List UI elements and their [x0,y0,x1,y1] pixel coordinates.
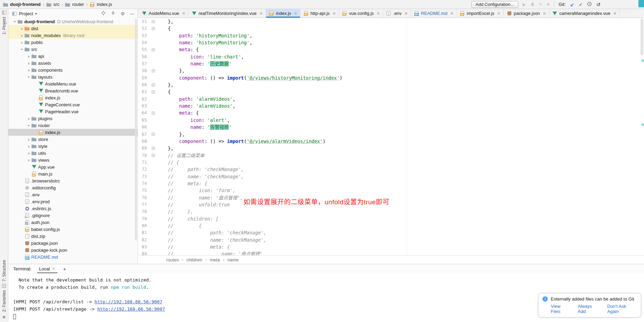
code-line-76[interactable]: 76 // name: '盘点管理', [138,194,644,201]
close-icon[interactable]: ✕ [182,11,185,16]
toolstrip-favorites-button[interactable]: 2: Favorites [2,290,7,312]
git-update-icon[interactable]: ↙ [570,2,574,7]
toolstrip-structure-button[interactable]: 7: Structure [2,260,7,281]
code-line-68[interactable]: 68 component: () => import('@/views/alar… [138,138,644,145]
tree-item-style[interactable]: ›style [8,143,138,150]
tree-item-.env[interactable]: .env [8,191,138,198]
terminal-link[interactable]: http://192.168.66.56:9007 [97,306,165,312]
tree-item-babel.config.js[interactable]: JSbabel.config.js [8,226,138,233]
tree-item-.editorconfig[interactable]: ⚙.editorconfig [8,184,138,191]
run-icon[interactable]: ▶ [523,2,526,7]
tab-cameraManage\index.vue[interactable]: cameraManage\index.vue✕ [549,9,620,18]
editor-breadcrumb-routes[interactable]: routes [166,257,179,262]
tree-item-main.js[interactable]: JSmain.js [8,170,138,177]
code-line-82[interactable]: 82 // name: 'checkManage', [138,236,644,243]
code-line-55[interactable]: 55 meta: { [138,46,644,53]
close-icon[interactable]: ✕ [450,11,453,16]
close-icon[interactable]: ✕ [333,11,336,16]
git-commit-icon[interactable]: ✓ [579,2,583,7]
code-editor[interactable]: 51 },52 {53 path: 'historyMonitoring',54… [138,18,644,255]
close-icon[interactable]: ✕ [259,11,263,16]
code-line-67[interactable]: 67 }, [138,131,644,138]
tree-item-router[interactable]: ›router [8,122,138,129]
tree-item-public[interactable]: ›public [8,39,138,46]
chevron-expanded-icon[interactable]: › [20,47,24,52]
code-line-62[interactable]: 62 path: 'alarmVideos', [138,96,644,102]
chevron-collapsed-icon[interactable]: › [26,137,31,142]
breadcrumb-item-index.js[interactable]: JSindex.js [89,2,112,7]
close-icon[interactable]: ✕ [543,11,546,16]
tree-item-index.js[interactable]: JSindex.js [8,129,138,136]
tree-item-README.md[interactable]: MDREADME.md [8,253,138,260]
code-line-54[interactable]: 54 name: 'historyMonitoring', [138,39,644,46]
fold-marker-icon[interactable] [150,111,157,115]
editor-breadcrumb-children[interactable]: children [186,257,202,262]
code-line-60[interactable]: 60 }, [138,81,644,88]
tab-.env[interactable]: .env✕ [383,9,411,18]
tree-item-.gitignore[interactable]: ⊘.gitignore [8,212,138,219]
code-line-61[interactable]: 61 { [138,88,644,95]
locate-file-icon[interactable] [101,11,106,16]
terminal-tab-local[interactable]: Local ✕ [37,265,58,273]
code-line-77[interactable]: 77 // unfold:true [138,201,644,208]
editor-breadcrumb-name[interactable]: name [228,257,239,262]
code-line-84[interactable]: 84 // name: '盘点管理' [138,250,644,255]
tree-item-store[interactable]: ›store [8,136,138,143]
fold-marker-icon[interactable] [150,83,157,87]
chevron-collapsed-icon[interactable]: › [26,61,31,65]
notification-action-always-add[interactable]: Always Add [578,304,600,314]
chevron-expanded-icon[interactable]: › [27,123,31,128]
code-line-78[interactable]: 78 // }, [138,208,644,215]
code-line-51[interactable]: 51 }, [138,18,644,25]
tree-item-auth.json[interactable]: {}auth.json [8,219,138,226]
fold-marker-icon[interactable] [150,48,157,51]
tree-item-src[interactable]: ›src [8,46,138,53]
tab-README.md[interactable]: MDREADME.md✕ [411,9,457,18]
close-icon[interactable]: ✕ [377,11,380,16]
tab-vue.config.js[interactable]: JSvue.config.js✕ [339,9,383,18]
code-line-52[interactable]: 52 { [138,25,644,32]
tree-item-dist[interactable]: ›dist [8,25,138,32]
collapse-all-icon[interactable] [111,11,115,16]
tab-AsideMenu.vue[interactable]: AsideMenu.vue✕ [139,9,188,18]
chevron-collapsed-icon[interactable]: › [19,26,24,31]
notification-action-don't-ask-again[interactable]: Don't Ask Again [607,304,637,314]
stop-icon[interactable]: ■ [547,2,549,6]
chevron-down-icon[interactable]: ▾ [35,12,37,16]
tree-item-.browserslistrc[interactable]: .browserslistrc [8,177,138,184]
tree-item-Breadcrumb.vue[interactable]: Breadcrumb.vue [8,87,138,94]
tree-item-duoji-frontend[interactable]: ›duoji-frontendD:\zheheWeb\duoji-fronten… [8,18,138,25]
tab-realTimeMonitoring\index.vue[interactable]: realTimeMonitoring\index.vue✕ [188,9,266,18]
editor-scrollbar-thumb[interactable] [641,19,643,55]
code-line-70[interactable]: 70 // 设置二级菜单 [138,152,644,159]
git-rollback-icon[interactable]: ↺ [596,2,600,7]
tree-item-package.json[interactable]: package.json [8,240,138,247]
toolstrip-project-button[interactable]: 1: Project [2,17,7,35]
chevron-collapsed-icon[interactable]: › [26,68,31,72]
chevron-collapsed-icon[interactable]: › [26,144,31,149]
chevron-collapsed-icon[interactable]: › [19,33,24,38]
code-line-53[interactable]: 53 path: 'historyMonitoring', [138,32,644,39]
code-line-58[interactable]: 58 }, [138,67,644,74]
debug-bug-icon[interactable] [530,2,535,7]
code-line-72[interactable]: 72 // path: 'checkManage', [138,166,644,173]
tree-item-PageContent.vue[interactable]: PageContent.vue [8,101,138,108]
gear-icon[interactable]: ⚙ [121,11,125,16]
tab-http-api.js[interactable]: JShttp-api.js✕ [300,9,339,18]
tree-item-api[interactable]: ›api [8,53,138,60]
notification-action-view-files[interactable]: View Files [551,304,570,314]
code-line-81[interactable]: 81 // path: 'checkManage', [138,229,644,236]
code-line-80[interactable]: 80 // { [138,222,644,229]
code-line-69[interactable]: 69 }, [138,145,644,152]
code-line-75[interactable]: 75 // icon: 'form', [138,187,644,194]
project-toolwindow-icon[interactable] [2,11,6,15]
tree-item-plugins[interactable]: ›plugins [8,115,138,122]
tree-item-components[interactable]: ›components [8,66,138,73]
code-line-74[interactable]: 74 // meta: { [138,180,644,187]
breadcrumb-item-duoji-frontend[interactable]: duoji-frontend [3,2,41,7]
tree-item-.env.prod[interactable]: .env.prod [8,198,138,205]
tree-item-layouts[interactable]: ›layouts [8,73,138,80]
tree-item-dist.zip[interactable]: dist.zip [8,233,138,240]
chevron-collapsed-icon[interactable]: › [26,54,31,59]
code-line-83[interactable]: 83 // meta: { [138,243,644,250]
